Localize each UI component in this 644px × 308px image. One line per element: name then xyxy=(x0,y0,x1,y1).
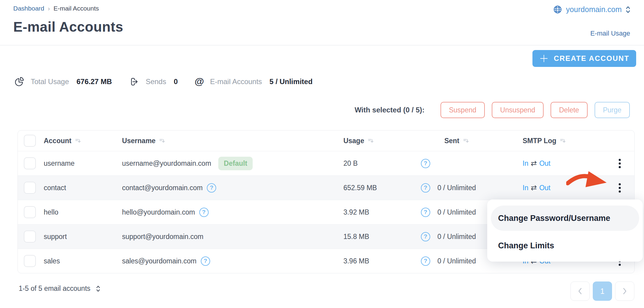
breadcrumb: Dashboard › E-mail Accounts xyxy=(13,5,99,12)
purge-button[interactable]: Purge xyxy=(595,102,630,118)
table-header-row: Account Username Usage Sent xyxy=(18,130,634,151)
menu-item-change-password[interactable]: Change Password/Username xyxy=(491,206,639,231)
unsuspend-button[interactable]: Unsuspend xyxy=(492,102,544,118)
row-checkbox[interactable] xyxy=(24,231,36,243)
account-name: sales xyxy=(44,257,122,265)
default-badge: Default xyxy=(218,157,253,170)
column-header-usage[interactable]: Usage xyxy=(343,137,416,145)
help-icon[interactable]: ? xyxy=(207,183,216,193)
help-icon[interactable]: ? xyxy=(199,208,209,217)
row-checkbox[interactable] xyxy=(24,182,36,194)
account-name: contact xyxy=(44,184,122,192)
usage-value: 652.59 MB xyxy=(343,184,416,192)
sent-value: 0 / Unlimited xyxy=(437,184,476,192)
help-icon[interactable]: ? xyxy=(421,183,430,193)
smtp-out-link[interactable]: Out xyxy=(539,159,551,168)
domain-selector-label: yourdomain.com xyxy=(566,5,622,14)
row-checkbox[interactable] xyxy=(24,206,36,218)
sent-value: 0 / Unlimited xyxy=(437,257,476,265)
stats-bar: Total Usage 676.27 MB Sends 0 @ E-mail A… xyxy=(14,76,313,87)
pagination-controls: 1 xyxy=(570,281,634,301)
account-name: support xyxy=(44,233,122,241)
sort-icon[interactable] xyxy=(75,138,81,144)
menu-item-change-limits[interactable]: Change Limits xyxy=(491,235,639,256)
arrows-icon: ⇄ xyxy=(531,184,537,192)
sent-value: 0 / Unlimited xyxy=(437,233,476,241)
header-divider xyxy=(0,45,644,46)
chevron-left-icon xyxy=(577,287,583,295)
usage-value: 20 B xyxy=(343,159,416,168)
smtp-in-link[interactable]: In xyxy=(522,159,528,168)
page-title: E-mail Accounts xyxy=(13,19,123,35)
breadcrumb-separator: › xyxy=(48,5,50,12)
stat-sends: Sends 0 xyxy=(129,76,178,87)
suspend-button[interactable]: Suspend xyxy=(440,102,485,118)
account-name: username xyxy=(44,159,122,168)
stat-label: E-mail Accounts xyxy=(210,77,262,86)
email-address: sales@yourdomain.com xyxy=(122,257,197,265)
account-name: hello xyxy=(44,208,122,216)
chevron-up-down-icon xyxy=(625,6,631,14)
column-header-username[interactable]: Username xyxy=(122,137,343,145)
with-selected-label: With selected (0 / 5): xyxy=(355,106,425,114)
breadcrumb-dashboard-link[interactable]: Dashboard xyxy=(13,5,44,12)
globe-icon xyxy=(553,5,562,14)
at-icon: @ xyxy=(195,76,204,87)
stat-label: Total Usage xyxy=(31,77,69,86)
send-icon xyxy=(129,76,140,87)
sent-value: 0 / Unlimited xyxy=(437,208,476,216)
row-checkbox[interactable] xyxy=(24,157,36,169)
create-account-button[interactable]: CREATE ACCOUNT xyxy=(532,50,636,67)
row-checkbox[interactable] xyxy=(24,255,36,267)
breadcrumb-current: E-mail Accounts xyxy=(53,5,99,12)
email-address: username@yourdomain.com xyxy=(122,159,211,168)
smtp-out-link[interactable]: Out xyxy=(539,184,551,192)
table-row-contact: contact contact@yourdomain.com ? 652.59 … xyxy=(18,175,634,200)
row-context-menu: Change Password/Username Change Limits xyxy=(487,200,643,262)
help-icon[interactable]: ? xyxy=(421,232,430,241)
kebab-menu-icon[interactable] xyxy=(617,181,623,194)
stat-value: 676.27 MB xyxy=(77,77,112,86)
page-1-button[interactable]: 1 xyxy=(593,281,612,301)
email-address: hello@yourdomain.com xyxy=(122,208,195,216)
email-address: contact@yourdomain.com xyxy=(122,184,203,192)
table-row-username: username username@yourdomain.com Default… xyxy=(18,151,634,175)
sort-icon[interactable] xyxy=(560,138,566,144)
smtp-in-link[interactable]: In xyxy=(522,184,528,192)
stat-value: 5 / Unlimited xyxy=(270,77,313,86)
prev-page-button[interactable] xyxy=(570,281,590,301)
help-icon[interactable]: ? xyxy=(201,256,210,266)
chevron-up-down-icon xyxy=(96,285,100,292)
help-icon[interactable]: ? xyxy=(421,256,430,266)
next-page-button[interactable] xyxy=(615,281,634,301)
pagination-summary[interactable]: 1-5 of 5 email accounts xyxy=(19,284,100,293)
sort-icon[interactable] xyxy=(463,138,469,144)
pie-chart-icon xyxy=(14,76,25,87)
stat-email-accounts: @ E-mail Accounts 5 / Unlimited xyxy=(195,76,313,87)
select-all-checkbox[interactable] xyxy=(24,135,36,147)
column-header-account[interactable]: Account xyxy=(44,137,122,145)
usage-value: 15.8 MB xyxy=(343,233,416,241)
usage-value: 3.96 MB xyxy=(343,257,416,265)
email-usage-link[interactable]: E-mail Usage xyxy=(590,30,630,37)
plus-icon xyxy=(539,54,548,63)
stat-total-usage: Total Usage 676.27 MB xyxy=(14,76,112,87)
email-address: support@yourdomain.com xyxy=(122,233,204,241)
stat-label: Sends xyxy=(146,77,166,86)
usage-value: 3.92 MB xyxy=(343,208,416,216)
sort-icon[interactable] xyxy=(159,138,165,144)
help-icon[interactable]: ? xyxy=(421,208,430,217)
delete-button[interactable]: Delete xyxy=(551,102,587,118)
create-account-label: CREATE ACCOUNT xyxy=(554,54,630,63)
email-accounts-page: Dashboard › E-mail Accounts yourdomain.c… xyxy=(0,0,644,308)
domain-selector[interactable]: yourdomain.com xyxy=(553,5,631,14)
column-header-smtp-log[interactable]: SMTP Log xyxy=(518,137,605,145)
sort-icon[interactable] xyxy=(368,138,374,144)
kebab-menu-icon[interactable] xyxy=(617,157,623,170)
chevron-right-icon xyxy=(621,287,628,295)
help-icon[interactable]: ? xyxy=(421,159,430,168)
stat-value: 0 xyxy=(174,77,178,86)
bulk-actions-bar: With selected (0 / 5): Suspend Unsuspend… xyxy=(355,101,630,119)
column-header-sent[interactable]: Sent xyxy=(416,137,518,145)
arrows-icon: ⇄ xyxy=(531,159,537,168)
